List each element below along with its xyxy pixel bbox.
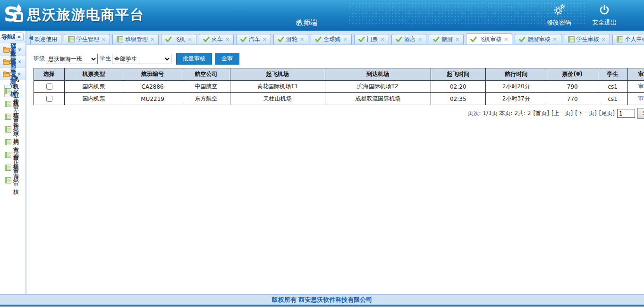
cell-arrive-airport: 成都双流国际机场 <box>325 93 431 105</box>
cell-student: cs1 <box>598 81 627 93</box>
tab-close-icon[interactable]: × <box>187 36 192 42</box>
tab-label: 学生审核 <box>576 35 599 43</box>
table-body: 国内机票CA2886中国航空黄花国际机场T1滨海国际机场T202:202小时20… <box>34 81 644 105</box>
tab-label: 游轮 <box>286 35 297 43</box>
table-header-cell: 票价(¥) <box>547 68 598 81</box>
grid-icon <box>117 36 123 42</box>
tab-item[interactable]: 飞机审核× <box>466 33 512 45</box>
table-header-cell: 起飞时间 <box>431 68 485 81</box>
tab-item[interactable]: 汽车× <box>236 34 271 44</box>
sidebar-section[interactable]: 旅游电商审核« <box>0 68 25 80</box>
row-select-checkbox[interactable] <box>46 96 52 102</box>
cell-duration: 2小时37分 <box>485 93 547 105</box>
tab-item[interactable]: 门票× <box>354 34 389 44</box>
pagination-link[interactable]: [首页] <box>534 109 549 117</box>
check-icon <box>315 36 322 42</box>
table-header-cell: 学生 <box>598 68 627 81</box>
tab-close-icon[interactable]: × <box>300 36 304 42</box>
table-header-cell: 机票类型 <box>64 68 123 81</box>
tab-label: 班级管理 <box>125 35 148 43</box>
cell-airline: 中国航空 <box>182 81 230 93</box>
logout-label: 安全退出 <box>592 18 617 27</box>
tab-close-icon[interactable]: × <box>381 36 385 42</box>
table-header-cell: 航空公司 <box>182 68 230 81</box>
tab-item[interactable]: 旅游× <box>429 34 464 44</box>
app-logo: S 思沃旅游电商平台 <box>4 4 144 26</box>
cell-type: 国内机票 <box>64 81 123 93</box>
folder-icon <box>3 47 10 53</box>
pagination-link[interactable]: [尾页] <box>599 109 615 117</box>
pagination-link[interactable]: [上一页] <box>551 109 573 117</box>
table-header-cell: 航行时间 <box>485 68 547 81</box>
tab-close-icon[interactable]: × <box>343 36 347 42</box>
tab-close-icon[interactable]: × <box>102 36 106 42</box>
tab-close-icon[interactable]: × <box>504 36 508 42</box>
class-filter-label: 班级 <box>34 55 45 63</box>
tab-item[interactable]: 旅游审核× <box>515 34 561 44</box>
check-icon <box>203 36 210 42</box>
tab-item[interactable]: 学生管理× <box>64 34 110 44</box>
tab-item[interactable]: 飞机× <box>161 34 196 44</box>
grid-icon <box>5 114 11 120</box>
review-link[interactable]: 审核 <box>638 95 644 102</box>
review-all-button[interactable]: 全审 <box>215 53 239 65</box>
tab-close-icon[interactable]: × <box>552 36 557 42</box>
grid-icon <box>5 152 11 158</box>
chevron-down-icon: « <box>16 46 23 53</box>
power-icon <box>599 4 610 17</box>
tab-item[interactable]: 个人中心× <box>612 34 644 44</box>
batch-review-button[interactable]: 批量审核 <box>176 53 212 65</box>
flights-table: 选择机票类型航班编号航空公司起飞机场到达机场起飞时间航行时间票价(¥)学生审核 … <box>34 68 644 105</box>
row-select-checkbox[interactable] <box>46 83 52 90</box>
cell-student: cs1 <box>598 93 627 105</box>
tab-close-icon[interactable]: × <box>602 36 606 42</box>
folder-icon <box>3 71 10 77</box>
tab-item[interactable]: 火车× <box>199 34 234 44</box>
cell-type: 国内机票 <box>64 93 123 105</box>
tab-close-icon[interactable]: × <box>418 36 422 42</box>
tab-item[interactable]: 游轮× <box>273 34 308 44</box>
logout-button[interactable]: 安全退出 <box>592 4 617 27</box>
student-select[interactable]: 全部学生 <box>112 54 171 64</box>
tab-label: 飞机 <box>174 35 185 43</box>
sidebar-collapse-button[interactable]: « <box>15 33 24 41</box>
sidebar-header: 导航菜单 « <box>0 31 25 43</box>
tab-label: 个人中心 <box>625 35 644 43</box>
cell-depart-airport: 黄花国际机场T1 <box>230 81 325 93</box>
tab-close-icon[interactable]: × <box>263 36 267 42</box>
review-link[interactable]: 审核 <box>638 83 644 90</box>
class-select[interactable]: 思沃旅游一班 <box>46 54 98 64</box>
tab-label: 门票 <box>367 35 378 43</box>
chevron-up-icon: « <box>16 71 23 77</box>
cell-depart-time: 02:20 <box>431 81 485 93</box>
change-password-button[interactable]: 修改密码 <box>547 4 571 27</box>
check-icon <box>433 36 440 42</box>
go-to-page-button[interactable]: 转到 <box>637 108 644 119</box>
page-number-input[interactable] <box>617 109 635 118</box>
tab-item[interactable]: 班级管理× <box>112 34 159 44</box>
grid-icon <box>5 177 11 183</box>
logo-mark-icon: S <box>4 4 25 26</box>
pagination-link[interactable]: [下一页] <box>575 109 596 117</box>
footer: 版权所有 西安思沃软件科技有限公司 <box>0 295 644 305</box>
app-title: 思沃旅游电商平台 <box>27 6 144 25</box>
tab-scroll-left-icon[interactable]: ◀ <box>28 34 33 41</box>
tab-item[interactable]: 酒店× <box>391 34 426 44</box>
tab-item[interactable]: 欢迎使用 <box>30 34 61 44</box>
tab-item[interactable]: 全球购× <box>311 34 351 44</box>
table-row: 国内机票MU2219东方航空天柱山机场成都双流国际机场02:352小时37分77… <box>34 93 644 105</box>
student-filter-label: 学生 <box>100 55 111 63</box>
grid-icon <box>68 36 75 42</box>
cell-flight-no: MU2219 <box>123 93 182 105</box>
page-body: 导航菜单 « 基础数据«旅游电商管理«旅游电商审核«飞机审核火车审核汽车审核游轮… <box>0 31 644 295</box>
tab-close-icon[interactable]: × <box>150 36 154 42</box>
filter-row: 班级 思沃旅游一班 学生 全部学生 批量审核 全审 <box>34 53 644 65</box>
sidebar-item[interactable]: 旅游审核 <box>4 174 21 186</box>
tab-close-icon[interactable]: × <box>455 36 459 42</box>
grid-icon <box>617 36 623 42</box>
check-icon <box>358 36 365 42</box>
tab-item[interactable]: 学生审核× <box>564 34 610 44</box>
tab-label: 全球购 <box>323 35 340 43</box>
grid-icon <box>5 101 11 107</box>
tab-close-icon[interactable]: × <box>225 36 229 42</box>
